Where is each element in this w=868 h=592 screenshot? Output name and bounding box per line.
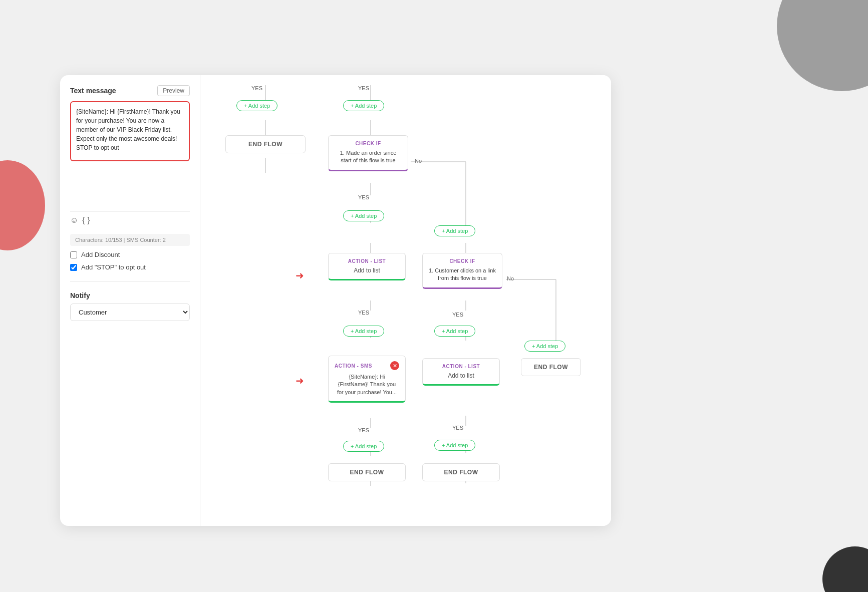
yes-label-7: YES [452, 425, 463, 431]
no-label-1: No [415, 158, 422, 164]
yes-label-2: YES [358, 85, 369, 91]
add-step-btn-6[interactable]: + Add step [434, 326, 475, 337]
end-flow-right[interactable]: END FLOW [521, 358, 581, 376]
check-if-1-body: 1. Made an order since start of this flo… [335, 149, 402, 165]
add-discount-row: Add Discount [70, 251, 190, 258]
add-discount-label: Add Discount [81, 251, 120, 258]
yes-label-3: YES [358, 194, 369, 200]
red-arrow-2: ➜ [296, 375, 304, 387]
main-card: Text message Preview {SiteName}: Hi {Fir… [60, 75, 611, 526]
notify-section: Notify Customer Admin Staff [70, 291, 190, 321]
add-stop-row: Add "STOP" to opt out [70, 263, 190, 271]
add-step-btn-3[interactable]: + Add step [343, 210, 384, 221]
preview-button[interactable]: Preview [157, 85, 190, 96]
action-sms-node[interactable]: ACTION - SMS ✕ {SiteName}: Hi {FirstName… [328, 356, 406, 403]
text-area-extra [70, 166, 190, 206]
flow-diagram: YES YES + Add step + Add step END FLOW C… [215, 85, 611, 516]
add-step-btn-2[interactable]: + Add step [343, 100, 384, 111]
yes-label-4: YES [358, 310, 369, 316]
action-sms-title: ACTION - SMS ✕ [335, 361, 399, 370]
add-step-btn-4[interactable]: + Add step [434, 225, 475, 236]
yes-label-6: YES [358, 427, 369, 433]
add-step-btn-1[interactable]: + Add step [236, 100, 277, 111]
message-text: {SiteName}: Hi {FirstName}! Thank you fo… [76, 107, 184, 152]
section-title: Text message [70, 87, 116, 95]
left-panel: Text message Preview {SiteName}: Hi {Fir… [60, 75, 200, 526]
action-list-1-body: Add to list [335, 267, 399, 274]
end-flow-1[interactable]: END FLOW [225, 135, 306, 153]
section-header: Text message Preview [70, 85, 190, 96]
action-list-1-title: ACTION - LIST [335, 258, 399, 264]
deco-circle-left [0, 160, 45, 250]
check-if-2-body: 1. Customer clicks on a link from this f… [429, 267, 496, 282]
divider [70, 281, 190, 281]
add-step-btn-9[interactable]: + Add step [434, 440, 475, 451]
check-if-2-node[interactable]: CHECK IF 1. Customer clicks on a link fr… [422, 253, 502, 289]
add-step-btn-5[interactable]: + Add step [343, 326, 384, 337]
add-stop-checkbox[interactable] [70, 264, 77, 271]
add-step-btn-7[interactable]: + Add step [524, 341, 565, 352]
add-stop-label: Add "STOP" to opt out [81, 263, 146, 271]
text-message-section: Text message Preview {SiteName}: Hi {Fir… [70, 85, 190, 271]
icon-row: ☺ { } [70, 211, 190, 229]
check-if-2-title: CHECK IF [429, 258, 496, 264]
end-flow-4[interactable]: END FLOW [422, 463, 500, 481]
add-step-btn-8[interactable]: + Add step [343, 441, 384, 452]
action-list-2-node[interactable]: ACTION - LIST Add to list [422, 358, 500, 386]
red-arrow-1: ➜ [296, 269, 304, 281]
deco-circle-top [777, 0, 868, 91]
check-if-1-title: CHECK IF [335, 141, 402, 146]
delete-sms-btn[interactable]: ✕ [390, 361, 399, 370]
add-discount-checkbox[interactable] [70, 251, 77, 258]
message-text-container[interactable]: {SiteName}: Hi {FirstName}! Thank you fo… [70, 101, 190, 161]
yes-label-1: YES [251, 85, 262, 91]
yes-label-5: YES [452, 312, 463, 318]
action-sms-body: {SiteName}: Hi {FirstName}! Thank you fo… [335, 373, 399, 396]
action-list-1-node[interactable]: ACTION - LIST Add to list [328, 253, 406, 280]
check-if-1-node[interactable]: CHECK IF 1. Made an order since start of… [328, 135, 408, 171]
notify-title: Notify [70, 291, 190, 300]
action-list-2-title: ACTION - LIST [429, 364, 493, 369]
end-flow-3[interactable]: END FLOW [328, 463, 406, 481]
flow-canvas: YES YES + Add step + Add step END FLOW C… [200, 75, 611, 526]
variable-icon[interactable]: { } [82, 216, 90, 225]
notify-select[interactable]: Customer Admin Staff [70, 304, 190, 321]
emoji-icon[interactable]: ☺ [70, 216, 78, 225]
deco-circle-bottom-right [822, 546, 868, 592]
action-list-2-body: Add to list [429, 372, 493, 379]
char-counter: Characters: 10/153 | SMS Counter: 2 [70, 234, 190, 246]
no-label-2: No [507, 275, 514, 281]
